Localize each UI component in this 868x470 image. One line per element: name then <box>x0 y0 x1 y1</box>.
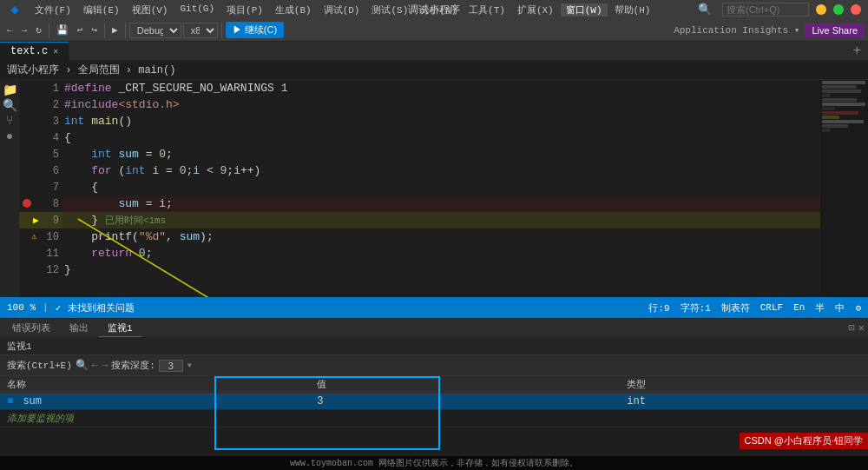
menu-tools[interactable]: 工具(T) <box>464 3 510 17</box>
tab-error-list[interactable]: 错误列表 <box>3 320 59 336</box>
menu-project[interactable]: 项目(P) <box>221 3 268 17</box>
search-icon[interactable]: 🔍 <box>694 3 715 17</box>
toolbar-redo-btn[interactable]: ↪ <box>88 23 101 37</box>
menu-build[interactable]: 生成(B) <box>270 3 317 17</box>
watch-row-sum[interactable]: ■ sum 3 int <box>0 394 868 410</box>
nav-fwd-icon[interactable]: → <box>102 360 108 372</box>
watch-search-label: 搜索(Ctrl+E) <box>7 359 72 372</box>
monitor-area: 监视1 搜索(Ctrl+E) 🔍 ← → 搜索深度: ▾ <box>0 338 868 470</box>
watch-spacer1 <box>248 394 310 410</box>
code-line-1: #define _CRT_SECURE_NO_WARNINGS 1 <box>62 80 820 96</box>
breadcrumb-project: 调试小程序 <box>7 64 59 76</box>
code-editor[interactable]: #define _CRT_SECURE_NO_WARNINGS 1 #inclu… <box>62 80 820 297</box>
arch-selector[interactable]: x86 <box>183 23 218 38</box>
line-number-gutter: 1 2 3 4 5 6 7 8 ▶ 9 ⚠ 10 11 <box>19 80 62 297</box>
col-type: 类型 <box>620 376 868 394</box>
code-line-9: } 已用时间<1ms <box>62 212 820 228</box>
settings-icon[interactable]: ⚙ <box>855 302 861 314</box>
language-mode[interactable]: En <box>793 302 805 313</box>
toolbar-undo-btn[interactable]: ↩ <box>74 23 87 37</box>
watermark: www.toymoban.com 网络图片仅供展示，非存储，如有侵权请联系删除。 <box>0 456 868 470</box>
col-spacer2 <box>558 376 620 394</box>
code-line-2: #include<stdio.h> <box>62 96 820 113</box>
title-bar: ◆ 文件(F) 编辑(E) 视图(V) Git(G) 项目(P) 生成(B) 调… <box>0 0 868 19</box>
debug-config-selector[interactable]: Debug <box>129 23 181 38</box>
toolbar-forward-btn[interactable]: → <box>18 23 31 37</box>
code-line-8: sum = i; <box>62 195 820 212</box>
minimap <box>820 80 868 297</box>
gutter-8: 8 <box>19 195 62 212</box>
menu-file[interactable]: 文件(F) <box>30 3 76 17</box>
toolbar-sep-1 <box>49 23 49 38</box>
menu-extensions[interactable]: 扩展(X) <box>512 3 559 17</box>
watch-type-sum: int <box>620 394 868 410</box>
breakpoint-dot-8[interactable] <box>23 199 31 208</box>
editor-area: 📁 🔍 ⑂ ● 1 2 3 4 5 6 7 8 ▶ 9 <box>0 80 868 297</box>
new-tab-btn[interactable]: + <box>845 43 868 59</box>
window-title: 调试小程序 <box>408 3 460 17</box>
code-line-4: { <box>62 129 820 146</box>
toolbar-refresh-btn[interactable]: ↻ <box>32 23 45 37</box>
toolbar-build-btn[interactable]: ▶ <box>108 23 122 37</box>
window-controls: 🔍 <box>694 3 861 17</box>
tab-text-c[interactable]: text.c ✕ <box>0 42 69 61</box>
menu-debug[interactable]: 调试(D) <box>319 3 365 17</box>
panel-content: 监视1 搜索(Ctrl+E) 🔍 ← → 搜索深度: ▾ <box>0 338 868 470</box>
debug-icon[interactable]: ● <box>2 129 17 144</box>
panel-close-icon[interactable]: ✕ <box>858 321 865 334</box>
explorer-icon[interactable]: 📁 <box>2 82 17 97</box>
toolbar-back-btn[interactable]: ← <box>3 23 16 37</box>
status-right: 行:9 字符:1 制表符 CRLF En 半 中 ⚙ <box>648 301 861 314</box>
line-ending[interactable]: CRLF <box>760 302 783 313</box>
col-spacer1 <box>248 376 310 394</box>
depth-dropdown-icon[interactable]: ▾ <box>187 359 193 372</box>
git-icon[interactable]: ⑂ <box>2 113 17 129</box>
toolbar-save-btn[interactable]: 💾 <box>53 23 72 37</box>
toolbar-sep-3 <box>125 23 126 38</box>
tab-close-icon[interactable]: ✕ <box>53 46 58 56</box>
tab-output[interactable]: 输出 <box>61 320 97 336</box>
code-line-7: { <box>62 179 820 195</box>
toolbar-sep-2 <box>104 23 105 38</box>
toolbar: ← → ↻ 💾 ↩ ↪ ▶ Debug x86 ▶ 继续(C) Applicat… <box>0 19 868 42</box>
col-name: 名称 <box>0 376 248 394</box>
status-left: 100 % | ✓ 未找到相关问题 <box>7 301 135 314</box>
gutter-1: 1 <box>19 80 62 96</box>
col-value: 值 <box>310 376 558 394</box>
close-button[interactable] <box>851 4 861 15</box>
menu-window[interactable]: 窗口(W) <box>561 3 608 17</box>
global-search-input[interactable] <box>722 3 809 17</box>
menu-edit[interactable]: 编辑(E) <box>78 3 125 17</box>
maximize-button[interactable] <box>833 4 844 15</box>
indent-type[interactable]: 制表符 <box>721 301 750 314</box>
zoom-level[interactable]: 100 % <box>7 302 36 313</box>
panel-tab-bar: 错误列表 输出 监视1 ⊡ ✕ <box>0 319 868 338</box>
depth-input[interactable] <box>159 360 183 372</box>
problem-status[interactable]: 未找到相关问题 <box>68 301 135 314</box>
watch-value-sum: 3 <box>310 394 558 410</box>
watch-add-hint: 添加要监视的项 <box>0 410 868 427</box>
title-search-box[interactable] <box>722 3 809 17</box>
tab-watch[interactable]: 监视1 <box>99 320 141 337</box>
live-share-button[interactable]: Live Share <box>805 23 865 37</box>
continue-button[interactable]: ▶ 继续(C) <box>226 22 284 38</box>
application-insights-btn[interactable]: Application Insights ▾ <box>674 24 799 36</box>
watch-table: 名称 值 类型 ■ <box>0 376 868 427</box>
gutter-12: 12 <box>19 261 62 278</box>
status-bar: 100 % | ✓ 未找到相关问题 行:9 字符:1 制表符 CRLF En 半… <box>0 297 868 318</box>
ime-indicator[interactable]: 中 <box>835 301 845 314</box>
menu-help[interactable]: 帮助(H) <box>609 3 656 17</box>
menu-git[interactable]: Git(G) <box>174 3 220 17</box>
cursor-col: 字符:1 <box>681 301 711 314</box>
input-method: 半 <box>815 301 825 314</box>
nav-back-icon[interactable]: ← <box>92 360 98 372</box>
watch-spacer2 <box>558 394 620 410</box>
menu-view[interactable]: 视图(V) <box>127 3 174 17</box>
search-icon[interactable]: 🔍 <box>2 97 17 113</box>
minimize-button[interactable] <box>816 4 826 15</box>
panel-float-icon[interactable]: ⊡ <box>849 321 855 334</box>
menu-test[interactable]: 测试(S) <box>366 3 413 17</box>
gutter-6: 6 <box>19 162 62 179</box>
code-line-5: int sum = 0; <box>62 146 820 162</box>
code-line-3: int main() <box>62 113 820 129</box>
